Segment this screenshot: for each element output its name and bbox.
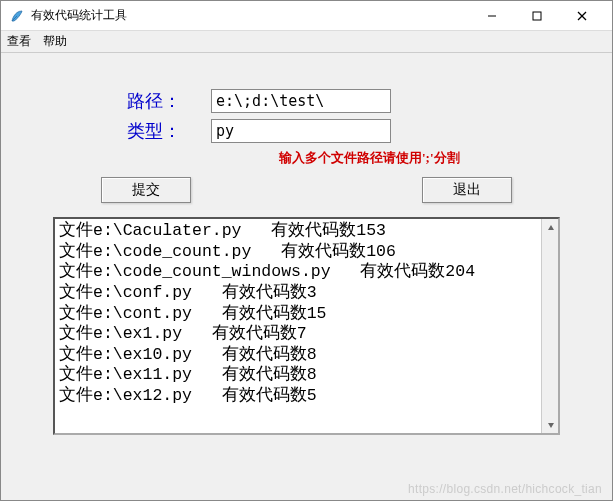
type-row: 类型： [31, 119, 582, 143]
path-row: 路径： [31, 89, 582, 113]
window-controls [469, 2, 604, 30]
maximize-button[interactable] [514, 2, 559, 30]
title-bar: 有效代码统计工具 [1, 1, 612, 31]
hint-text: 输入多个文件路径请使用';'分割 [279, 149, 582, 167]
minimize-button[interactable] [469, 2, 514, 30]
scrollbar[interactable] [541, 219, 558, 433]
svg-marker-6 [548, 423, 554, 428]
content-area: 路径： 类型： 输入多个文件路径请使用';'分割 提交 退出 文件e:\Cacu… [1, 53, 612, 445]
path-input[interactable] [211, 89, 391, 113]
svg-marker-5 [548, 225, 554, 230]
output-panel: 文件e:\Caculater.py 有效代码数153 文件e:\code_cou… [53, 217, 560, 435]
menu-view[interactable]: 查看 [7, 33, 31, 50]
window-title: 有效代码统计工具 [31, 7, 469, 24]
scroll-down-icon[interactable] [542, 416, 559, 433]
watermark: https://blog.csdn.net/hichcock_tian [408, 482, 602, 496]
app-icon [9, 8, 25, 24]
scroll-up-icon[interactable] [542, 219, 559, 236]
exit-button[interactable]: 退出 [422, 177, 512, 203]
submit-button[interactable]: 提交 [101, 177, 191, 203]
app-window: 有效代码统计工具 查看 帮助 路径： 类型： 输入多个文件路径请使用';'分割 [0, 0, 613, 501]
menu-bar: 查看 帮助 [1, 31, 612, 53]
close-button[interactable] [559, 2, 604, 30]
path-label: 路径： [91, 89, 181, 113]
svg-rect-2 [533, 12, 541, 20]
type-label: 类型： [91, 119, 181, 143]
type-input[interactable] [211, 119, 391, 143]
button-row: 提交 退出 [31, 167, 582, 217]
menu-help[interactable]: 帮助 [43, 33, 67, 50]
output-text[interactable]: 文件e:\Caculater.py 有效代码数153 文件e:\code_cou… [55, 219, 541, 433]
